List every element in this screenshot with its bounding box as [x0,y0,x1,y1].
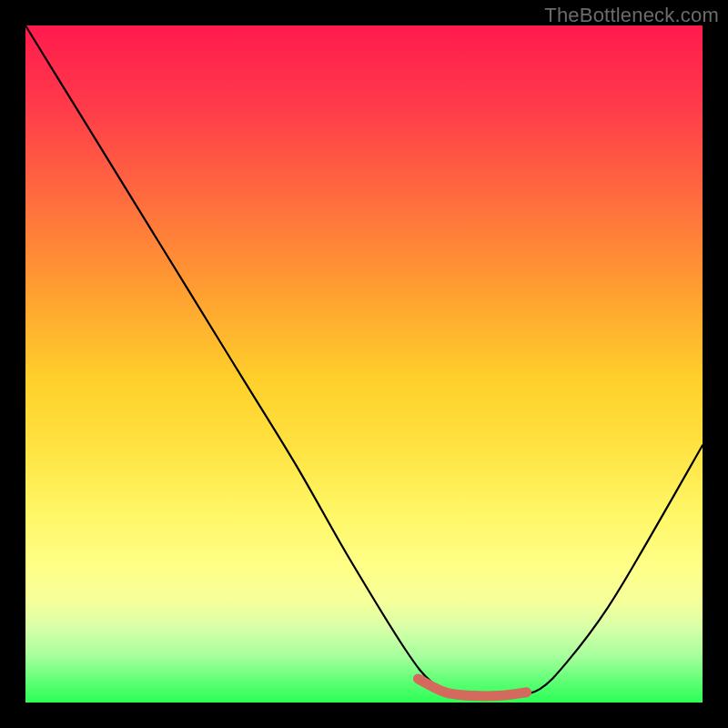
curve-svg [25,25,703,703]
watermark-text: TheBottleneck.com [544,4,719,27]
minimum-plateau-highlight [419,679,527,696]
plot-area [25,25,703,703]
bottleneck-curve [25,25,703,697]
chart-frame: TheBottleneck.com [0,0,728,728]
